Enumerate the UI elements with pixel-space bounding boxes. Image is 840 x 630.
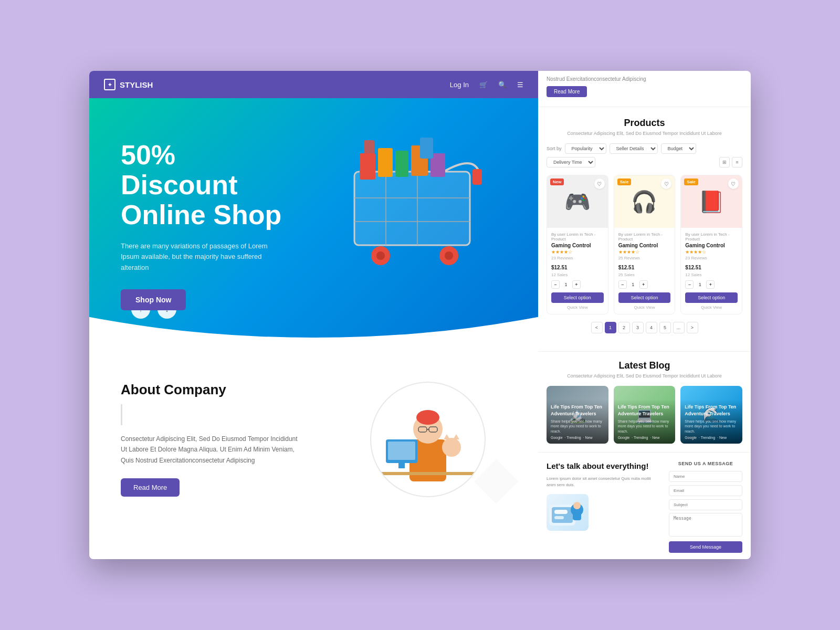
login-link[interactable]: Log In bbox=[450, 81, 469, 89]
hero-content: 50% Discount Online Shop There are many … bbox=[121, 140, 281, 310]
page-3-btn[interactable]: 3 bbox=[632, 322, 644, 333]
select-option-btn[interactable]: Select option bbox=[618, 292, 671, 303]
brand-logo: ✦ STYLISH bbox=[104, 79, 153, 90]
product-icon: 📕 bbox=[698, 190, 724, 214]
blog-card[interactable]: 🏔️ Life Tips From Top Ten Adventure Trav… bbox=[547, 386, 608, 444]
blog-img-3: 🌊 Life Tips From Top Ten Adventure Trave… bbox=[680, 386, 742, 444]
page-2-btn[interactable]: 2 bbox=[618, 322, 630, 333]
qty-value: 1 bbox=[696, 282, 704, 287]
blog-title: Latest Blog bbox=[547, 360, 742, 371]
svg-rect-15 bbox=[420, 138, 433, 159]
product-price: $12.51 bbox=[685, 265, 738, 270]
right-read-more-btn[interactable]: Read More bbox=[547, 86, 587, 97]
qty-plus-btn[interactable]: + bbox=[572, 280, 581, 289]
right-about-text: Nostrud Exercitationconsectetur Adipisci… bbox=[547, 76, 742, 82]
page-5-btn[interactable]: 5 bbox=[659, 322, 671, 333]
contact-email-input[interactable] bbox=[669, 485, 742, 496]
blog-card[interactable]: 🌊 Life Tips From Top Ten Adventure Trave… bbox=[680, 386, 742, 444]
right-panel: Nostrud Exercitationconsectetur Adipisci… bbox=[538, 71, 751, 559]
svg-point-4 bbox=[445, 251, 453, 260]
page-1-btn[interactable]: 1 bbox=[605, 322, 616, 333]
qty-plus-btn[interactable]: + bbox=[639, 280, 648, 289]
contact-left: Let's talk about everything! Lorem ipsum… bbox=[547, 461, 660, 553]
contact-body: Lorem ipsum dolor sit amet consectetur Q… bbox=[547, 476, 660, 489]
svg-rect-35 bbox=[554, 510, 568, 514]
product-icon: 🎮 bbox=[564, 190, 591, 214]
blog-img-1: 🏔️ Life Tips From Top Ten Adventure Trav… bbox=[547, 386, 608, 444]
blog-section: Latest Blog Consectetur Adipiscing Elit,… bbox=[538, 351, 751, 452]
svg-rect-11 bbox=[395, 151, 408, 177]
product-stars: ★★★★☆ bbox=[551, 249, 604, 255]
qty-minus-btn[interactable]: − bbox=[618, 280, 627, 289]
contact-illustration bbox=[547, 494, 589, 531]
qty-plus-btn[interactable]: + bbox=[706, 280, 715, 289]
about-body: Consectetur Adipiscing Elit, Sed Do Eius… bbox=[121, 434, 299, 466]
hero-section: 50% Discount Online Shop There are many … bbox=[89, 98, 538, 350]
select-option-btn[interactable]: Select option bbox=[551, 292, 604, 303]
product-qty: − 1 + bbox=[614, 280, 675, 289]
contact-form: SEND US A MESSAGE Send Message bbox=[669, 461, 742, 553]
contact-subject-input[interactable] bbox=[669, 499, 742, 510]
svg-rect-31 bbox=[552, 507, 573, 523]
pagination: < 1 2 3 4 5 ... > bbox=[547, 314, 742, 341]
blog-tags: Google · Trending · New bbox=[551, 436, 604, 439]
quick-view-link[interactable]: Quick View bbox=[681, 305, 742, 310]
product-info: By user Lorem in Tech - Product Gaming C… bbox=[681, 228, 742, 262]
blog-tags: Google · Trending · New bbox=[685, 436, 738, 439]
seller-filter[interactable]: Seller Details bbox=[610, 143, 658, 154]
blog-tag: Google bbox=[551, 436, 563, 439]
hero-cart-illustration bbox=[339, 109, 507, 298]
about-illustration bbox=[370, 382, 507, 497]
shop-now-button[interactable]: Shop Now bbox=[121, 289, 186, 310]
svg-marker-24 bbox=[444, 434, 450, 439]
product-img-wrap: 📕 Sale ♡ bbox=[681, 175, 742, 228]
products-subtitle: Consectetur Adipiscing Elit, Sed Do Eius… bbox=[547, 131, 742, 136]
search-icon[interactable]: 🔍 bbox=[498, 81, 507, 89]
svg-point-2 bbox=[376, 251, 385, 260]
delivery-filter[interactable]: Delivery Time bbox=[547, 157, 595, 167]
contact-message-input[interactable] bbox=[669, 513, 742, 537]
list-view-btn[interactable]: ≡ bbox=[732, 157, 742, 167]
qty-value: 1 bbox=[562, 282, 570, 287]
blog-subtitle: Consectetur Adipiscing Elit, Sed Do Eius… bbox=[547, 373, 742, 379]
qty-minus-btn[interactable]: − bbox=[551, 280, 560, 289]
menu-icon[interactable]: ☰ bbox=[517, 81, 523, 89]
blog-img-2: 💻 Life Tips From Top Ten Adventure Trave… bbox=[614, 386, 676, 444]
select-option-btn[interactable]: Select option bbox=[685, 292, 738, 303]
svg-marker-25 bbox=[453, 434, 459, 439]
read-more-button[interactable]: Read More bbox=[121, 478, 180, 497]
products-title: Products bbox=[547, 118, 742, 129]
hero-title-line2: Online Shop bbox=[121, 200, 281, 230]
blog-card[interactable]: 💻 Life Tips From Top Ten Adventure Trave… bbox=[614, 386, 676, 444]
blog-overlay-2: Life Tips From Top Ten Adventure Travele… bbox=[614, 400, 676, 444]
blog-tag: · New bbox=[717, 436, 727, 439]
popularity-filter[interactable]: Popularity bbox=[565, 143, 606, 154]
product-wishlist-btn[interactable]: ♡ bbox=[728, 178, 739, 189]
app-wrapper: ✦ STYLISH Log In 🛒 🔍 ☰ 50% Discount Onli… bbox=[89, 71, 751, 559]
svg-rect-10 bbox=[378, 148, 393, 177]
svg-rect-27 bbox=[388, 442, 415, 460]
contact-title: Let's talk about everything! bbox=[547, 461, 660, 471]
product-sales: 12 Sales bbox=[681, 272, 742, 277]
cart-icon[interactable]: 🛒 bbox=[479, 81, 488, 89]
blog-post-desc: Share helps you see how many more days y… bbox=[551, 419, 604, 434]
page-4-btn[interactable]: 4 bbox=[646, 322, 657, 333]
left-panel: ✦ STYLISH Log In 🛒 🔍 ☰ 50% Discount Onli… bbox=[89, 71, 538, 559]
svg-rect-14 bbox=[364, 140, 374, 159]
budget-filter[interactable]: Budget bbox=[661, 143, 696, 154]
quick-view-link[interactable]: Quick View bbox=[614, 305, 675, 310]
about-title: About Company bbox=[121, 382, 349, 398]
qty-minus-btn[interactable]: − bbox=[685, 280, 694, 289]
hero-title-line1: Discount bbox=[121, 170, 237, 200]
contact-name-input[interactable] bbox=[669, 471, 742, 482]
product-card: 🎧 Sale ♡ By user Lorem in Tech - Product… bbox=[614, 175, 676, 314]
blog-tag: · Trending bbox=[565, 436, 581, 439]
page-prev-btn[interactable]: < bbox=[591, 322, 603, 333]
grid-view-btn[interactable]: ⊞ bbox=[719, 157, 730, 167]
quick-view-link[interactable]: Quick View bbox=[547, 305, 608, 310]
send-message-btn[interactable]: Send Message bbox=[669, 541, 742, 553]
blog-post-desc: Share helps you see how many more days y… bbox=[618, 419, 671, 434]
blog-overlay-3: Life Tips From Top Ten Adventure Travele… bbox=[680, 400, 742, 444]
product-wishlist-btn[interactable]: ♡ bbox=[594, 178, 605, 189]
page-next-btn[interactable]: > bbox=[687, 322, 698, 333]
